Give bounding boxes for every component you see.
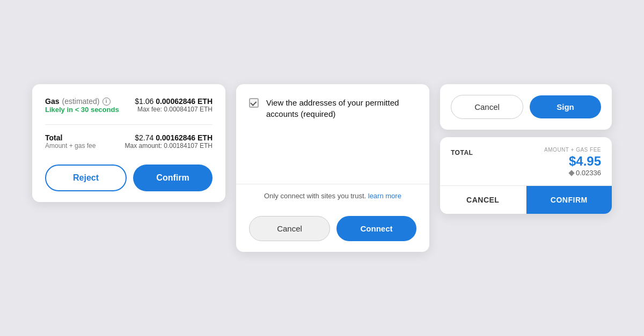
sign-confirm-wrapper: Cancel Sign TOTAL AMOUNT + GAS FEE $4.95… bbox=[440, 84, 612, 214]
total-row: Total Amount + gas fee $2.74 0.00162846 … bbox=[45, 133, 213, 150]
trust-text: Only connect with sites you trust. learn… bbox=[236, 184, 429, 207]
card2-content: View the addresses of your permitted acc… bbox=[236, 84, 429, 184]
gas-row: Gas (estimated) i Likely in < 30 seconds… bbox=[45, 97, 213, 116]
info-icon[interactable]: i bbox=[103, 98, 111, 106]
cancel-button[interactable]: Cancel bbox=[249, 216, 330, 241]
ethereum-diamond-icon bbox=[568, 170, 574, 176]
total-usd: $4.95 bbox=[544, 154, 601, 169]
permission-row: View the addresses of your permitted acc… bbox=[249, 97, 416, 120]
gas-estimate-card: Gas (estimated) i Likely in < 30 seconds… bbox=[32, 84, 225, 202]
card2-buttons: Cancel Connect bbox=[236, 207, 429, 252]
reject-button[interactable]: Reject bbox=[45, 165, 127, 191]
card1-buttons: Reject Confirm bbox=[45, 165, 213, 191]
total-top: TOTAL AMOUNT + GAS FEE $4.95 0.02336 bbox=[451, 147, 601, 177]
total-value: $2.74 0.00162846 ETH Max amount: 0.00184… bbox=[125, 133, 213, 150]
total-section: TOTAL AMOUNT + GAS FEE $4.95 0.02336 bbox=[440, 137, 612, 186]
total-eth: 0.02336 bbox=[544, 169, 601, 177]
sign-card: Cancel Sign bbox=[440, 84, 612, 130]
connect-button[interactable]: Connect bbox=[336, 216, 416, 241]
card2-spacer bbox=[249, 130, 416, 173]
main-container: Gas (estimated) i Likely in < 30 seconds… bbox=[11, 63, 633, 273]
confirm-final-button[interactable]: CONFIRM bbox=[526, 186, 612, 214]
divider bbox=[45, 124, 213, 125]
amount-gas-section: AMOUNT + GAS FEE $4.95 0.02336 bbox=[544, 147, 601, 177]
cancel-sign-button[interactable]: Cancel bbox=[451, 95, 523, 119]
confirm-button[interactable]: Confirm bbox=[133, 165, 213, 191]
total-label: TOTAL bbox=[451, 149, 473, 156]
gas-label: Gas (estimated) i Likely in < 30 seconds bbox=[45, 97, 119, 116]
learn-more-link[interactable]: learn more bbox=[368, 192, 401, 200]
total-label-section: Total Amount + gas fee bbox=[45, 133, 96, 150]
card3-buttons: CANCEL CONFIRM bbox=[440, 186, 612, 214]
checkmark-icon bbox=[250, 99, 257, 106]
max-fee: Max fee: 0.00084107 ETH bbox=[135, 106, 213, 113]
permission-checkbox[interactable] bbox=[249, 98, 259, 108]
gas-value: $1.06 0.00062846 ETH Max fee: 0.00084107… bbox=[135, 97, 213, 113]
connect-permission-card: View the addresses of your permitted acc… bbox=[236, 84, 429, 252]
likely-text: Likely in < 30 seconds bbox=[45, 106, 119, 114]
sign-button[interactable]: Sign bbox=[530, 95, 601, 118]
total-confirm-card: TOTAL AMOUNT + GAS FEE $4.95 0.02336 CAN… bbox=[440, 137, 612, 214]
permission-text: View the addresses of your permitted acc… bbox=[266, 97, 416, 120]
cancel-final-button[interactable]: CANCEL bbox=[440, 186, 526, 214]
max-amount: Max amount: 0.00184107 ETH bbox=[125, 142, 213, 150]
